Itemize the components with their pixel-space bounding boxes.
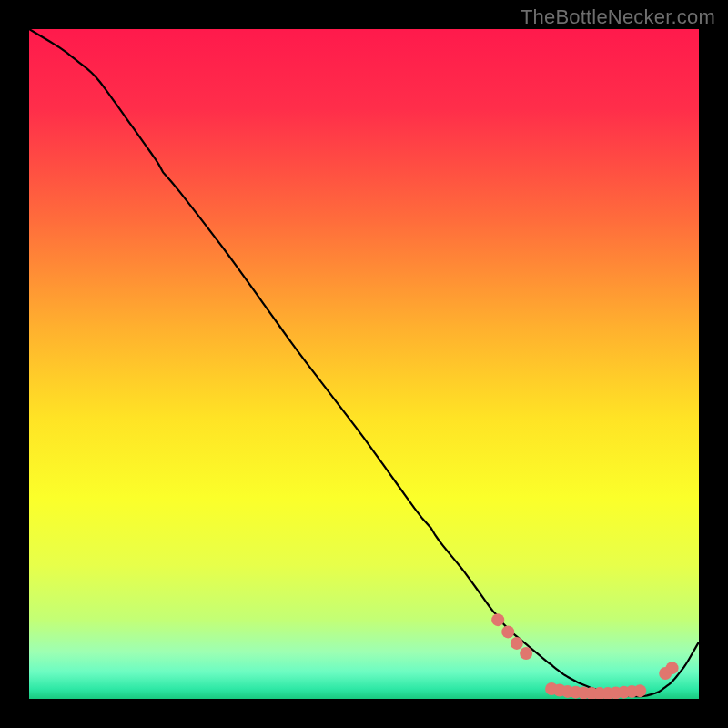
- data-marker: [501, 625, 514, 638]
- data-marker: [633, 684, 646, 697]
- data-marker: [520, 647, 532, 660]
- watermark-text: TheBottleNecker.com: [521, 5, 715, 29]
- data-marker: [666, 662, 679, 674]
- chart-svg: [29, 29, 699, 699]
- data-marker: [491, 613, 504, 626]
- data-marker: [511, 637, 523, 650]
- chart-frame: TheBottleNecker.com: [0, 0, 728, 728]
- plot-area: [29, 29, 699, 699]
- gradient-background: [29, 29, 699, 699]
